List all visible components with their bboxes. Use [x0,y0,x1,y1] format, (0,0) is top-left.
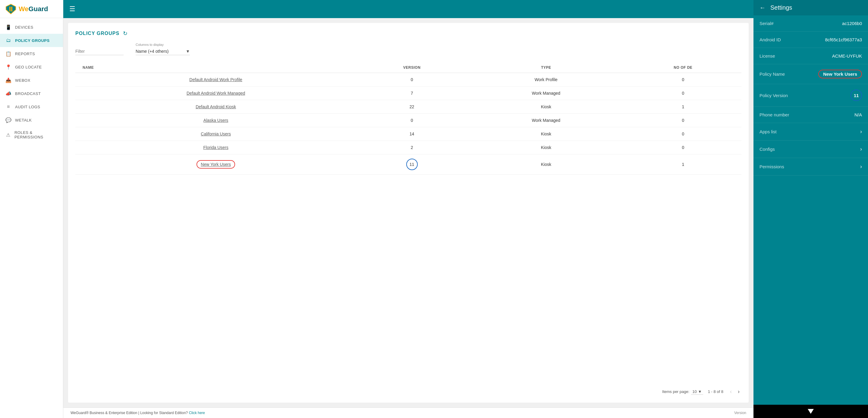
table-cell-name: California Users [75,127,356,141]
device-settings-row: Phone numberN/A [753,107,868,123]
table-row: Default Android Kiosk22Kiosk1 [75,100,741,114]
chevron-down-icon: ▼ [186,49,190,54]
broadcast-icon: 📣 [5,90,11,96]
per-page-chevron-icon: ▼ [698,389,702,394]
columns-value: Name (+4 others) [135,49,168,54]
device-settings-row[interactable]: Permissions› [753,158,868,176]
device-row-value: N/A [855,112,862,117]
policy-group-name-link[interactable]: Alaska Users [204,118,228,123]
table-cell-no-of-de: 1 [625,154,741,175]
sidebar-item-policy-groups[interactable]: 🗂 POLICY GROUPS [0,34,63,47]
sidebar-item-webox-label: WEBOX [15,78,30,83]
col-header-name: NAME [75,62,356,73]
svg-marker-0 [6,4,16,14]
device-row-value[interactable]: › [860,128,862,135]
sidebar-item-geo-locate-label: GEO LOCATE [15,65,42,69]
device-panel: ← Settings Serial#ac1206b0Android ID8cf6… [753,0,868,418]
policy-groups-table-wrapper: NAME VERSION TYPE NO OF DE Default Andro… [75,62,741,383]
webox-icon: 📥 [5,77,11,83]
device-topbar: ← Settings [753,0,868,16]
table-cell-name: Alaska Users [75,114,356,127]
main-area: ☰ POLICY GROUPS ↻ Columns to display Nam… [63,0,753,418]
items-per-page-label: Items per page: [662,389,689,394]
content-area: POLICY GROUPS ↻ Columns to display Name … [63,18,753,408]
sidebar-item-audit-logs[interactable]: ≡ AUDIT LOGS [0,100,63,113]
table-cell-no-of-de: 0 [625,141,741,154]
device-back-button[interactable]: ← [760,4,766,11]
device-content: Serial#ac1206b0Android ID8cf65c1cf96377a… [753,16,868,405]
reports-icon: 📋 [5,51,11,57]
policy-group-name-link[interactable]: Default Android Kiosk [195,104,236,109]
device-row-value: 11 [850,90,862,101]
table-row: Default Android Work Managed7Work Manage… [75,87,741,100]
filter-group [75,48,124,55]
prev-page-button[interactable]: ‹ [728,388,734,395]
svg-rect-1 [9,7,10,11]
policy-group-name-link[interactable]: California Users [201,131,231,136]
sidebar: WeGuard 📱 DEVICES 🗂 POLICY GROUPS 📋 REPO… [0,0,63,418]
col-header-no-of-de: NO OF DE [625,62,741,73]
geo-locate-icon: 📍 [5,64,11,70]
columns-select[interactable]: Name (+4 others) ▼ [135,48,190,55]
device-settings-title: Settings [770,4,792,11]
col-header-type: TYPE [467,62,625,73]
table-cell-name: Default Android Kiosk [75,100,356,114]
page-range: 1 - 8 of 8 [708,389,723,394]
sidebar-item-reports-label: REPORTS [15,52,35,56]
sidebar-item-geo-locate[interactable]: 📍 GEO LOCATE [0,60,63,73]
table-cell-name: Florida Users [75,141,356,154]
per-page-select[interactable]: 10 ▼ [691,389,703,395]
sidebar-item-audit-logs-label: AUDIT LOGS [15,104,40,109]
device-settings-row: LicenseACME-UYFUK [753,48,868,64]
table-row: Florida Users2Kiosk0 [75,141,741,154]
device-row-value[interactable]: › [860,163,862,170]
footer-link[interactable]: Click here [189,411,205,415]
policy-group-name-link[interactable]: Default Android Work Managed [187,91,245,96]
hamburger-button[interactable]: ☰ [69,5,75,13]
sidebar-item-reports[interactable]: 📋 REPORTS [0,47,63,60]
device-settings-row[interactable]: Apps list› [753,123,868,141]
sidebar-item-wetalk-label: WETALK [15,118,32,122]
device-row-label: Android ID [760,37,781,42]
table-cell-no-of-de: 0 [625,87,741,100]
device-row-value: ACME-UYFUK [832,53,862,59]
sidebar-item-roles-permissions[interactable]: ⚠ ROLES & PERMISSIONS [0,127,63,143]
logo: WeGuard [0,0,63,18]
logo-text: WeGuard [19,5,48,13]
new-york-users-name-circled[interactable]: New York Users [196,160,235,169]
sidebar-item-broadcast[interactable]: 📣 BROADCAST [0,87,63,100]
sidebar-item-wetalk[interactable]: 💬 WETALK [0,113,63,127]
sidebar-item-devices[interactable]: 📱 DEVICES [0,21,63,34]
refresh-button[interactable]: ↻ [123,30,127,37]
device-bottom-bar [753,405,868,418]
sidebar-item-webox[interactable]: 📥 WEBOX [0,73,63,87]
policy-group-name-link[interactable]: Default Android Work Profile [189,77,242,82]
device-row-label: Permissions [760,164,784,169]
filter-input[interactable] [75,48,124,55]
per-page-value: 10 [692,389,696,394]
device-back-triangle-icon[interactable] [808,409,814,414]
logo-icon [5,4,16,14]
device-settings-row[interactable]: Configs› [753,141,868,158]
panel-header: POLICY GROUPS ↻ [75,30,741,37]
next-page-button[interactable]: › [736,388,741,395]
device-row-label: Serial# [760,21,774,26]
device-settings-row: Policy NameNew York Users [753,64,868,84]
policy-group-name-link[interactable]: Florida Users [203,145,228,150]
panel-title: POLICY GROUPS [75,31,119,36]
device-settings-row: Policy Version11 [753,84,868,107]
footer-version: Version [734,411,746,415]
device-settings-row: Serial#ac1206b0 [753,16,868,32]
device-row-value: ac1206b0 [842,21,862,26]
device-row-label: License [760,53,775,59]
col-header-version: VERSION [356,62,467,73]
table-cell-version: 2 [356,141,467,154]
audit-logs-icon: ≡ [5,104,11,110]
table-cell-version: 11 [356,154,467,175]
device-row-value[interactable]: › [860,146,862,152]
table-cell-name: Default Android Work Managed [75,87,356,100]
device-row-label: Apps list [760,129,777,134]
device-row-value: New York Users [818,70,862,79]
wetalk-icon: 💬 [5,117,11,123]
table-cell-type: Work Profile [467,73,625,87]
